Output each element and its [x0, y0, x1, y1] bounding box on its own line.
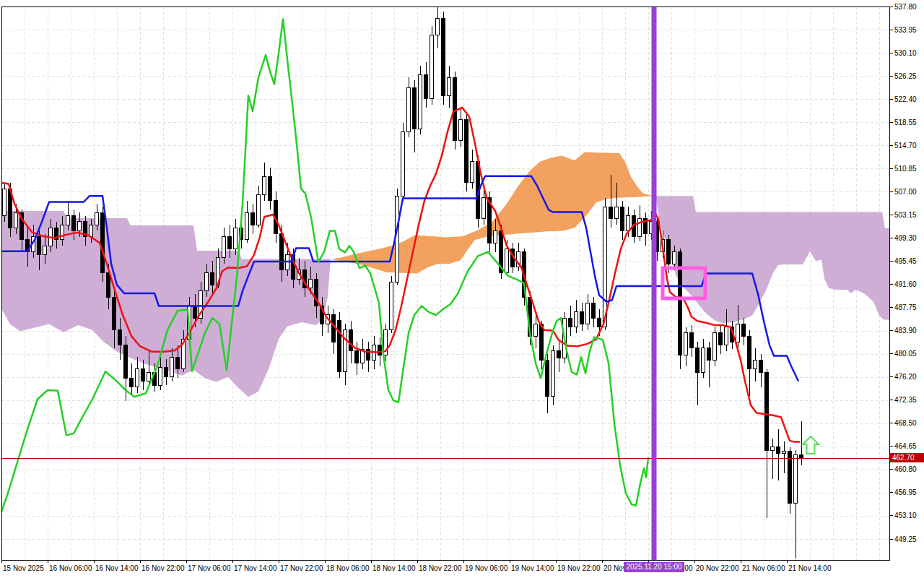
svg-text:487.75: 487.75 [894, 303, 917, 311]
svg-text:514.70: 514.70 [894, 142, 917, 150]
svg-text:499.30: 499.30 [894, 234, 917, 242]
svg-text:19 Nov 22:00: 19 Nov 22:00 [557, 564, 601, 572]
svg-text:16 Nov 06:00: 16 Nov 06:00 [49, 564, 92, 572]
candle [430, 26, 434, 104]
svg-text:20 Nov 22:00: 20 Nov 22:00 [696, 564, 739, 572]
current-price-label: 462.70 [890, 453, 924, 462]
vertical-line-object[interactable] [652, 7, 657, 560]
svg-text:21 Nov 14:00: 21 Nov 14:00 [788, 564, 832, 572]
svg-text:453.10: 453.10 [894, 512, 917, 519]
svg-text:449.25: 449.25 [894, 535, 917, 543]
svg-text:16 Nov 22:00: 16 Nov 22:00 [141, 564, 185, 572]
candle [788, 447, 792, 514]
svg-text:18 Nov 06:00: 18 Nov 06:00 [326, 564, 370, 572]
svg-text:19 Nov 06:00: 19 Nov 06:00 [465, 564, 508, 572]
svg-text:19 Nov 14:00: 19 Nov 14:00 [511, 564, 554, 572]
svg-text:491.60: 491.60 [894, 280, 917, 288]
svg-text:533.95: 533.95 [894, 26, 917, 34]
svg-text:21 Nov 06:00: 21 Nov 06:00 [742, 564, 785, 572]
svg-text:530.10: 530.10 [894, 49, 917, 57]
svg-text:18 Nov 14:00: 18 Nov 14:00 [372, 564, 416, 572]
candle [101, 207, 105, 282]
candle [338, 312, 341, 379]
svg-text:503.15: 503.15 [894, 211, 917, 219]
svg-text:464.65: 464.65 [894, 442, 917, 450]
candle [401, 123, 405, 201]
svg-text:468.50: 468.50 [894, 419, 917, 427]
svg-text:16 Nov 14:00: 16 Nov 14:00 [95, 564, 139, 572]
candle [3, 183, 6, 222]
svg-text:480.05: 480.05 [894, 350, 917, 358]
svg-text:17 Nov 22:00: 17 Nov 22:00 [280, 564, 323, 572]
svg-text:456.95: 456.95 [894, 488, 917, 496]
candle [419, 66, 422, 135]
trading-chart-window[interactable]: 537.80533.95530.10526.25522.40518.55514.… [0, 0, 924, 578]
svg-text:495.45: 495.45 [894, 257, 917, 265]
svg-text:17 Nov 14:00: 17 Nov 14:00 [234, 564, 277, 572]
svg-text:507.00: 507.00 [894, 188, 917, 196]
candle [552, 345, 555, 405]
svg-text:537.80: 537.80 [894, 3, 917, 11]
svg-text:483.90: 483.90 [894, 327, 917, 335]
svg-text:526.25: 526.25 [894, 72, 917, 80]
candle [465, 113, 468, 191]
svg-text:472.35: 472.35 [894, 396, 917, 404]
selected-time-label: 2025.11.20 15:00 [624, 562, 684, 572]
svg-text:518.55: 518.55 [894, 118, 917, 126]
svg-text:18 Nov 22:00: 18 Nov 22:00 [419, 564, 462, 572]
price-chart-canvas[interactable]: 537.80533.95530.10526.25522.40518.55514.… [0, 0, 924, 578]
svg-text:476.20: 476.20 [894, 373, 917, 381]
svg-text:510.85: 510.85 [894, 165, 917, 173]
svg-text:522.40: 522.40 [894, 95, 917, 103]
candle [442, 12, 445, 105]
svg-text:460.80: 460.80 [894, 465, 917, 473]
svg-text:17 Nov 06:00: 17 Nov 06:00 [188, 564, 231, 572]
candle [390, 276, 393, 333]
svg-text:15 Nov 2025: 15 Nov 2025 [3, 564, 44, 572]
